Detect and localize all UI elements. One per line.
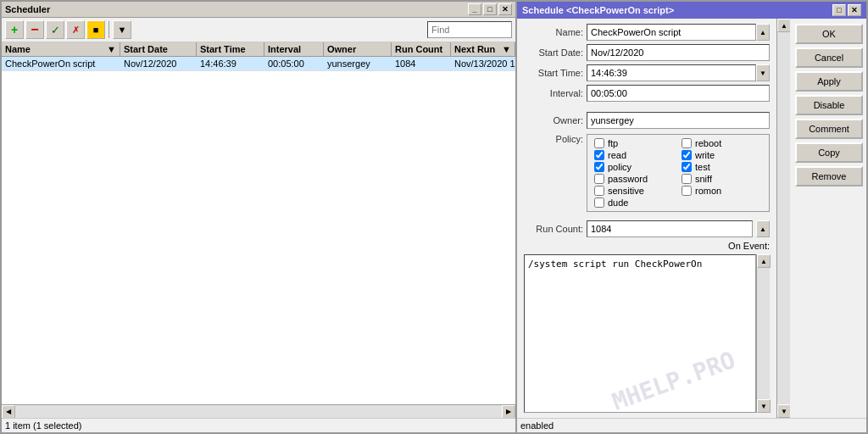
scroll-right-button[interactable]: ▶ <box>502 405 515 419</box>
toolbar-separator <box>108 21 109 38</box>
run-count-input[interactable] <box>587 220 753 237</box>
form-scroll-up[interactable]: ▲ <box>777 19 790 32</box>
policy-romon-checkbox[interactable] <box>682 186 692 196</box>
spacer <box>524 105 770 108</box>
horizontal-scrollbar[interactable]: ◀ ▶ <box>2 404 515 418</box>
scheduler-titlebar: Scheduler _ □ ✕ <box>2 2 515 18</box>
start-date-input[interactable] <box>587 44 770 61</box>
policy-read-label: read <box>608 150 626 160</box>
policy-grid: ftp reboot read <box>594 138 762 208</box>
scroll-track[interactable] <box>15 405 502 418</box>
policy-test-checkbox[interactable] <box>682 162 692 172</box>
schedule-status-text: enabled <box>520 420 554 431</box>
start-time-input[interactable] <box>587 64 756 81</box>
interval-row: Interval: <box>524 85 770 102</box>
policy-ftp-label: ftp <box>608 138 618 148</box>
policy-sensitive-checkbox[interactable] <box>594 186 604 196</box>
cancel-button[interactable]: Cancel <box>795 47 863 68</box>
cell-nextrun: Nov/13/2020 16 <box>451 57 515 70</box>
close-button[interactable]: ✕ <box>498 3 512 15</box>
policy-sensitive: sensitive <box>594 186 675 196</box>
col-header-startdate[interactable]: Start Date <box>120 42 197 56</box>
scheduler-panel: Scheduler _ □ ✕ + − ✓ ✗ ■ ▼ Name ▼ Start… <box>0 0 517 434</box>
schedule-title: Schedule <CheckPowerOn script> <box>522 5 674 15</box>
script-vertical-scrollbar: ▲ ▼ <box>756 254 770 413</box>
policy-row: Policy: ftp reboot <box>524 132 770 214</box>
policy-write-checkbox[interactable] <box>682 150 692 160</box>
policy-label: Policy: <box>524 134 583 144</box>
scheduler-title: Scheduler <box>5 4 50 14</box>
maximize-button[interactable]: □ <box>483 3 497 15</box>
form-scroll-area: Name: ▲ Start Date: Start Time: <box>517 19 790 418</box>
policy-reboot-checkbox[interactable] <box>682 138 692 148</box>
col-header-name[interactable]: Name ▼ <box>2 42 120 56</box>
disable-button[interactable]: Disable <box>795 95 863 115</box>
scheduler-status-bar: 1 item (1 selected) <box>2 418 515 432</box>
policy-dude: dude <box>594 198 675 208</box>
owner-label: Owner: <box>524 115 583 125</box>
script-scroll-down[interactable]: ▼ <box>757 399 771 413</box>
dialog-close-button[interactable]: ✕ <box>848 4 861 16</box>
remove-button[interactable]: − <box>25 20 44 39</box>
titlebar-buttons: _ □ ✕ <box>468 3 512 15</box>
apply-button[interactable]: Apply <box>795 71 863 92</box>
table-row[interactable]: CheckPowerOn script Nov/12/2020 14:46:39… <box>2 57 515 71</box>
scroll-left-button[interactable]: ◀ <box>2 405 15 419</box>
policy-ftp-checkbox[interactable] <box>594 138 604 148</box>
policy-write-label: write <box>695 150 715 160</box>
schedule-titlebar: Schedule <CheckPowerOn script> □ ✕ <box>517 2 866 19</box>
status-text: 1 item (1 selected) <box>5 420 81 431</box>
watermark: MHELP.PRO <box>609 346 739 413</box>
col-header-nextrun[interactable]: Next Run ▼ <box>451 42 515 56</box>
filter-button[interactable]: ▼ <box>113 20 131 39</box>
policy-sniff-checkbox[interactable] <box>682 174 692 184</box>
policy-policy-checkbox[interactable] <box>594 162 604 172</box>
search-input[interactable] <box>427 21 512 38</box>
policy-dude-checkbox[interactable] <box>594 198 604 208</box>
add-button[interactable]: + <box>5 20 24 39</box>
cell-startdate: Nov/12/2020 <box>120 57 197 70</box>
script-area[interactable]: /system script run CheckPowerOn MHELP.PR… <box>524 254 756 413</box>
cancel-button[interactable]: ✗ <box>66 20 85 39</box>
schedule-form: Name: ▲ Start Date: Start Time: <box>517 19 776 418</box>
col-header-runcount[interactable]: Run Count <box>392 42 451 56</box>
script-scroll-up[interactable]: ▲ <box>757 254 771 268</box>
policy-read-checkbox[interactable] <box>594 150 604 160</box>
name-label: Name: <box>524 27 583 37</box>
col-header-interval[interactable]: Interval <box>264 42 324 56</box>
scheduler-toolbar: + − ✓ ✗ ■ ▼ <box>2 18 515 42</box>
ok-button[interactable]: OK <box>795 24 863 44</box>
col-dropdown-icon[interactable]: ▼ <box>502 44 511 54</box>
minimize-button[interactable]: _ <box>468 3 481 15</box>
policy-password-checkbox[interactable] <box>594 174 604 184</box>
enable-button[interactable]: ✓ <box>46 20 64 39</box>
copy-button[interactable]: ■ <box>86 20 105 39</box>
start-time-input-container: ▼ <box>587 64 770 81</box>
cell-name: CheckPowerOn script <box>2 57 120 70</box>
dialog-titlebar-buttons: □ ✕ <box>832 4 861 16</box>
on-event-row: On Event: <box>524 241 770 251</box>
dialog-maximize-button[interactable]: □ <box>832 4 846 16</box>
policy-reboot: reboot <box>682 138 762 148</box>
script-content: /system script run CheckPowerOn <box>528 259 702 270</box>
comment-button[interactable]: Comment <box>795 119 863 139</box>
name-input-container: ▲ <box>587 24 770 41</box>
name-scroll-up[interactable]: ▲ <box>756 24 770 41</box>
col-header-starttime[interactable]: Start Time <box>197 42 264 56</box>
copy-button[interactable]: Copy <box>795 142 863 163</box>
remove-button[interactable]: Remove <box>795 166 863 186</box>
col-header-owner[interactable]: Owner <box>324 42 392 56</box>
owner-row: Owner: <box>524 112 770 129</box>
name-input[interactable] <box>587 24 756 41</box>
script-scroll-track[interactable] <box>757 268 770 399</box>
form-scroll-track[interactable] <box>777 32 790 404</box>
cell-owner: yunsergey <box>324 57 392 70</box>
interval-input[interactable] <box>587 85 770 102</box>
start-time-dropdown[interactable]: ▼ <box>756 64 770 81</box>
cell-runcount: 1084 <box>392 57 451 70</box>
run-count-scroll[interactable]: ▲ <box>756 220 770 237</box>
policy-sniff-label: sniff <box>695 174 712 184</box>
form-scroll-down[interactable]: ▼ <box>777 404 790 418</box>
owner-input[interactable] <box>587 112 770 129</box>
policy-romon-label: romon <box>695 186 721 196</box>
